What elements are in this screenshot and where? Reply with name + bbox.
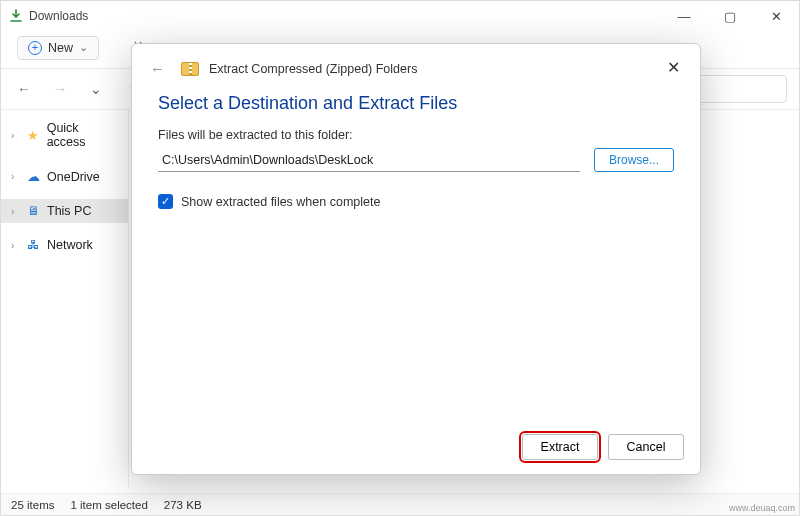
dialog-body: Files will be extracted to this folder: … <box>132 128 700 209</box>
dialog-header: ← Extract Compressed (Zipped) Folders <box>132 44 700 83</box>
browse-button[interactable]: Browse... <box>594 148 674 172</box>
dialog-header-text: Extract Compressed (Zipped) Folders <box>209 62 417 76</box>
extract-button[interactable]: Extract <box>522 434 598 460</box>
extract-dialog: ✕ ← Extract Compressed (Zipped) Folders … <box>131 43 701 475</box>
dialog-footer: Extract Cancel <box>522 434 684 460</box>
modal-overlay: ✕ ← Extract Compressed (Zipped) Folders … <box>1 1 799 515</box>
destination-path-input[interactable] <box>158 148 580 172</box>
close-button[interactable]: ✕ <box>658 52 688 82</box>
cancel-button[interactable]: Cancel <box>608 434 684 460</box>
dialog-title: Select a Destination and Extract Files <box>132 83 700 128</box>
dialog-back-button[interactable]: ← <box>150 60 165 77</box>
show-files-checkbox-label: Show extracted files when complete <box>181 195 380 209</box>
zip-folder-icon <box>181 62 199 76</box>
show-files-checkbox[interactable]: ✓ <box>158 194 173 209</box>
destination-prompt: Files will be extracted to this folder: <box>158 128 674 142</box>
